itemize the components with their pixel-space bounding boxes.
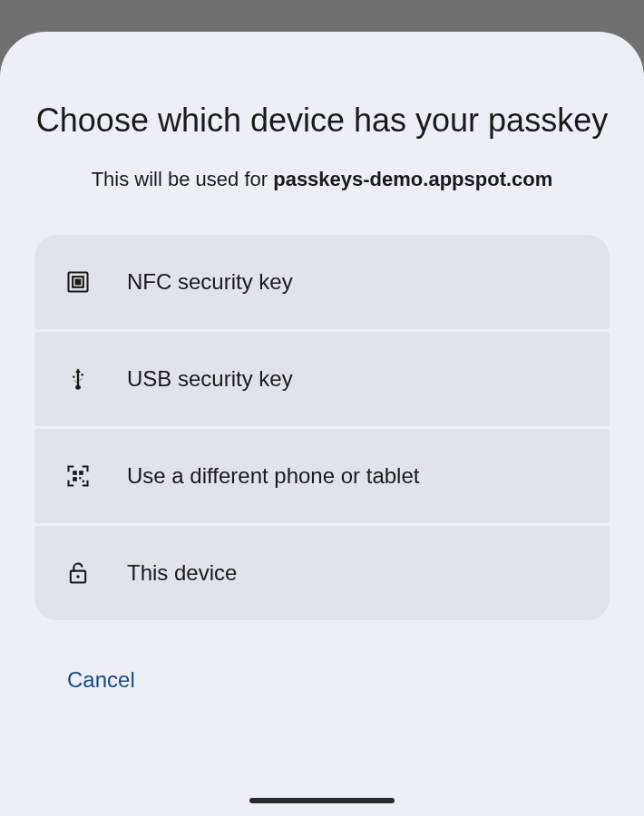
svg-rect-3 [73, 471, 77, 475]
lock-open-icon [65, 560, 91, 586]
svg-rect-7 [83, 480, 84, 481]
qr-icon [65, 463, 91, 489]
usb-icon [65, 366, 91, 392]
nfc-icon [65, 269, 91, 295]
subtitle-prefix: This will be used for [92, 168, 274, 190]
svg-point-9 [76, 575, 80, 578]
option-different-phone-tablet[interactable]: Use a different phone or tablet [34, 429, 610, 523]
option-label: Use a different phone or tablet [127, 463, 419, 489]
cancel-button[interactable]: Cancel [67, 667, 135, 693]
option-label: USB security key [127, 366, 293, 392]
option-this-device[interactable]: This device [34, 526, 610, 620]
option-nfc-security-key[interactable]: NFC security key [34, 235, 610, 329]
option-label: NFC security key [127, 269, 293, 295]
option-usb-security-key[interactable]: USB security key [34, 332, 610, 426]
sheet-subtitle: This will be used for passkeys-demo.apps… [34, 168, 610, 191]
subtitle-domain: passkeys-demo.appspot.com [273, 168, 552, 190]
svg-rect-6 [79, 477, 81, 479]
option-label: This device [127, 560, 237, 586]
device-options-list: NFC security key USB security key [34, 235, 610, 620]
home-indicator[interactable] [249, 798, 395, 803]
svg-rect-5 [73, 477, 77, 481]
svg-rect-2 [76, 279, 81, 284]
sheet-title: Choose which device has your passkey [34, 100, 610, 142]
svg-rect-4 [79, 471, 83, 475]
passkey-device-chooser-sheet: Choose which device has your passkey Thi… [0, 32, 644, 816]
